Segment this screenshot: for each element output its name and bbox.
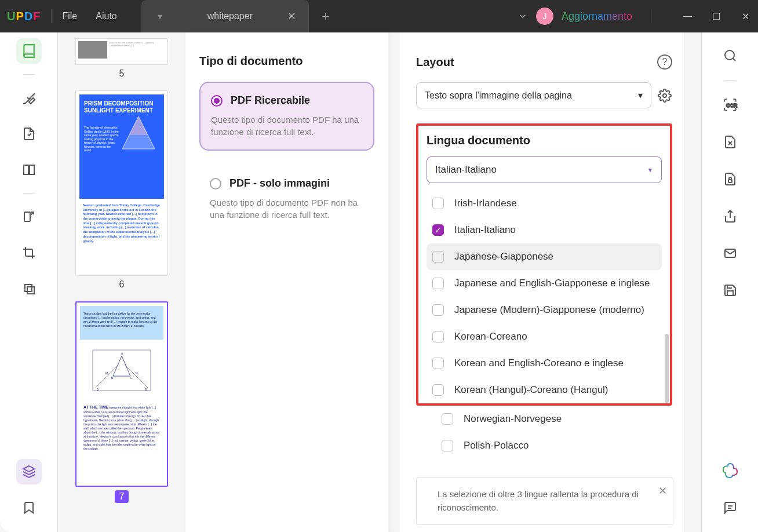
svg-point-19 [663,94,666,97]
close-icon[interactable]: ✕ [658,483,667,499]
tab-dropdown-icon[interactable]: ▾ [154,10,166,22]
separator [23,193,35,194]
content-area: Tipo di documento PDF Ricercabile Questo… [185,32,701,532]
share-icon[interactable] [717,203,743,229]
ocr-icon[interactable]: OCR [717,92,743,118]
crop-tool[interactable] [16,240,42,265]
language-title: Lingua documento [427,134,662,147]
document-tab[interactable]: ▾ whitepaper ✕ [141,0,309,32]
svg-line-21 [733,59,735,61]
add-tab-button[interactable]: ＋ [319,8,332,25]
thumbnail-page-5[interactable]: point in the line and the surface [...] … [75,38,168,65]
minimize-button[interactable]: — [682,11,693,22]
option-title: PDF - solo immagini [229,177,330,190]
language-option[interactable]: Polish-Polacco [436,432,653,459]
svg-marker-7 [129,116,148,135]
layout-dropdown[interactable]: Testo sopra l'immagine della pagina ▾ [416,82,651,108]
checkbox-icon [432,358,444,369]
svg-text:A: A [121,352,123,355]
checkbox-icon [432,278,444,289]
right-toolbar: OCR [701,32,758,532]
separator [23,74,35,75]
convert-icon[interactable] [717,129,743,155]
svg-marker-9 [113,356,130,376]
language-option[interactable]: Korean-Coreano [427,323,662,350]
save-icon[interactable] [717,278,743,303]
language-option[interactable]: Japanese (Modern)-Giapponese (moderno) [427,297,662,323]
language-section: Lingua documento Italian-Italiano ▼ Iris… [416,123,672,406]
reader-tool[interactable] [16,38,42,64]
layers-tool[interactable] [16,459,42,484]
language-dropdown[interactable]: Italian-Italiano ▼ [427,156,662,183]
checkbox-icon [432,304,444,316]
bookmark-tool[interactable] [16,495,42,520]
triangle-down-icon: ▼ [647,167,653,173]
panel-title: Tipo di documento [199,54,374,68]
language-option[interactable]: Japanese-Giapponese [427,243,662,270]
svg-text:M: M [105,371,108,375]
radio-icon [210,178,221,190]
svg-text:N: N [136,371,138,375]
thumb-intro: These studies laid the foundation for th… [80,306,163,340]
email-icon[interactable] [717,241,743,266]
language-option[interactable]: Korean and English-Coreano e inglese [427,350,662,377]
titlebar-right: J Aggiornamento — ☐ ✕ [518,8,751,25]
checkbox-icon [432,331,444,342]
separator [651,9,651,23]
dropdown-value: Italian-Italiano [435,164,497,176]
search-icon[interactable] [717,43,743,68]
language-option[interactable]: Norwegian-Norvegese [436,406,653,432]
thumbnail-page-7[interactable]: These studies laid the foundation for th… [75,301,168,487]
ai-assistant-icon[interactable] [717,458,743,483]
language-label: Italian-Italiano [454,224,516,236]
maximize-button[interactable]: ☐ [710,11,722,22]
svg-rect-1 [30,165,34,174]
doctype-image-only[interactable]: PDF - solo immagini Questo tipo di docum… [199,166,374,232]
close-icon[interactable]: ✕ [287,10,296,23]
thumbnail-page-6[interactable]: PRISM DECOMPOSITION SUNLIGHT EXPERIMENT … [75,90,168,276]
pages-tool[interactable] [16,157,42,183]
language-label: Norwegian-Norvegese [464,413,562,425]
organize-tool[interactable] [16,204,42,229]
svg-text:B: B [111,376,114,380]
language-option[interactable]: Korean (Hangul)-Coreano (Hangul) [427,377,662,403]
language-option[interactable]: ✓Italian-Italiano [427,217,662,243]
scrollbar-thumb[interactable] [665,334,669,403]
hint-message: ✕ La selezione di oltre 3 lingue rallent… [416,477,673,525]
menu-file[interactable]: File [62,11,77,21]
checkbox-icon [432,198,444,209]
highlight-tool[interactable] [16,85,42,111]
thumb-body: AT THE TIME everyone thought that white … [80,401,163,454]
menu-help[interactable]: Aiuto [96,11,116,21]
layout-language-panel: Layout ? Testo sopra l'immagine della pa… [400,32,684,532]
svg-text:C: C [130,376,133,380]
language-option[interactable]: Irish-Irlandese [427,190,662,217]
upgrade-link[interactable]: Aggiornamento [562,10,632,23]
document-type-panel: Tipo di documento PDF Ricercabile Questo… [185,32,388,532]
svg-text:D: D [97,388,99,391]
dropdown-value: Testo sopra l'immagine della pagina [425,90,572,101]
gear-icon[interactable] [657,88,672,103]
svg-rect-0 [24,165,28,174]
help-icon[interactable]: ? [657,54,672,70]
edit-tool[interactable] [16,121,42,147]
thumb-body: Newton graduated from Trinity College, C… [79,199,164,248]
checkbox-icon [442,413,453,425]
chevron-down-icon[interactable] [518,11,528,21]
language-option[interactable]: Japanese and English-Giapponese e ingles… [427,270,662,297]
window-controls: — ☐ ✕ [682,11,751,22]
checkbox-icon [432,384,444,396]
thumbnail-panel: point in the line and the surface [...] … [58,32,185,532]
checkbox-checked-icon: ✓ [432,224,444,236]
doctype-searchable[interactable]: PDF Ricercabile Questo tipo di documento… [199,82,374,151]
protect-icon[interactable] [717,166,743,192]
app-logo: UPDF [7,10,41,23]
comment-icon[interactable] [717,495,743,520]
close-button[interactable]: ✕ [739,11,751,22]
titlebar: UPDF File Aiuto ▾ whitepaper ✕ ＋ J Aggio… [0,0,758,32]
compare-tool[interactable] [16,276,42,301]
page-number: 5 [75,68,168,79]
left-toolbar [0,32,58,532]
avatar[interactable]: J [536,8,553,25]
page-number: 6 [75,279,168,290]
